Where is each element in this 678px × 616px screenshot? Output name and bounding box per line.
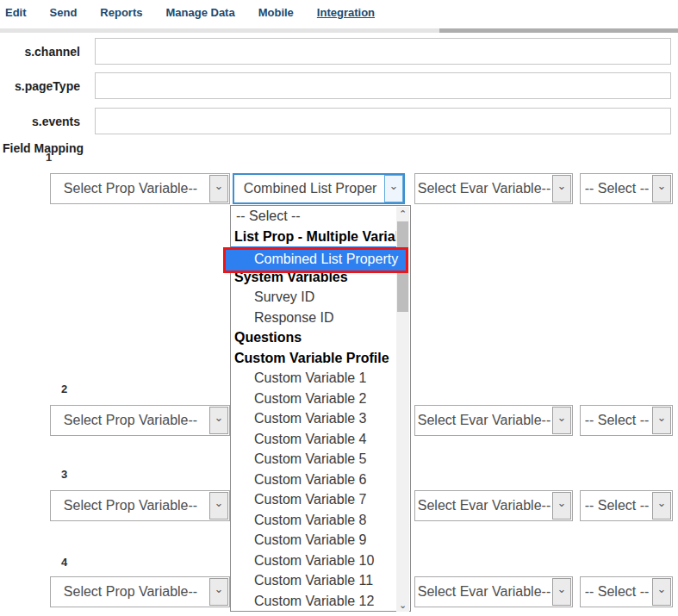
nav-item-manage-data[interactable]: Manage Data (165, 6, 234, 19)
dropdown-option[interactable]: Custom Variable 10 (231, 551, 397, 571)
select-value: Combined List Proper (244, 181, 395, 196)
select-arrow-button[interactable]: ⌄ (552, 175, 571, 202)
event-select-row2[interactable]: -- Select -- ⌄ (580, 405, 673, 436)
evar-variable-select-row2[interactable]: Select Evar Variable-- ⌄ (414, 405, 573, 436)
event-select-row1[interactable]: -- Select -- ⌄ (580, 173, 673, 204)
nav-item-mobile[interactable]: Mobile (258, 6, 294, 19)
select-arrow-button[interactable]: ⌄ (652, 175, 671, 202)
select-arrow-button[interactable]: ⌄ (209, 578, 228, 606)
dropdown-option[interactable]: Response ID (231, 308, 397, 328)
dropdown-option[interactable]: Survey ID (231, 287, 397, 308)
chevron-down-icon: ⌄ (657, 499, 667, 507)
select-arrow-button[interactable]: ⌄ (552, 407, 571, 434)
event-select-row3[interactable]: -- Select -- ⌄ (580, 490, 673, 521)
select-arrow-button[interactable]: ⌄ (209, 407, 228, 434)
row-number-3: 3 (61, 468, 67, 481)
dropdown-option[interactable]: Custom Variable 4 (231, 429, 397, 450)
select-value: Select Evar Variable-- (418, 498, 569, 513)
prop-variable-select-row3[interactable]: Select Prop Variable-- ⌄ (50, 490, 230, 521)
select-value: Select Evar Variable-- (418, 181, 569, 196)
annotation-selected-option[interactable]: Combined List Property (223, 247, 408, 273)
dropdown-option[interactable]: Custom Variable 1 (231, 368, 397, 389)
dropdown-option[interactable]: Custom Variable 3 (231, 408, 397, 429)
dropdown-option[interactable]: Custom Variable 9 (231, 530, 397, 551)
chevron-down-icon: ⌄ (657, 585, 667, 594)
dropdown-option[interactable]: Custom Variable 7 (231, 489, 397, 510)
select-value: Select Prop Variable-- (64, 584, 216, 600)
dropdown-option[interactable]: Custom Variable 12 (231, 591, 397, 612)
evar-variable-select-row3[interactable]: Select Evar Variable-- ⌄ (414, 490, 573, 521)
scroll-down-icon: ⌄ (399, 600, 407, 611)
pagetype-input[interactable] (95, 72, 671, 99)
dropdown-group-header: Custom Variable Profile (231, 348, 397, 369)
chevron-down-icon: ⌄ (557, 182, 567, 190)
row-number-4: 4 (61, 556, 67, 569)
chevron-down-icon: ⌄ (557, 414, 567, 422)
horizontal-scrollbar-track[interactable] (0, 28, 678, 33)
select-arrow-button[interactable]: ⌄ (209, 492, 228, 520)
select-value: Select Prop Variable-- (64, 498, 216, 513)
nav-item-reports[interactable]: Reports (100, 6, 142, 19)
chevron-down-icon: ⌄ (215, 182, 224, 190)
chevron-down-icon: ⌄ (215, 499, 224, 507)
event-select-row4[interactable]: -- Select -- ⌄ (580, 576, 673, 607)
field-mapping-title: Field Mapping (3, 141, 84, 155)
select-arrow-button[interactable]: ⌄ (209, 175, 228, 202)
dropdown-option[interactable]: Custom Variable 6 (231, 470, 397, 490)
chevron-down-icon: ⌄ (215, 585, 224, 594)
chevron-down-icon: ⌄ (389, 182, 399, 190)
nav-item-edit[interactable]: Edit (5, 6, 27, 19)
dropdown-option[interactable]: Custom Variable 11 (231, 570, 397, 591)
chevron-down-icon: ⌄ (215, 414, 224, 422)
horizontal-scrollbar-thumb[interactable] (439, 28, 678, 33)
select-arrow-button[interactable]: ⌄ (652, 407, 671, 434)
field-label-channel: s.channel (0, 45, 80, 59)
dropdown-option[interactable]: Custom Variable 2 (231, 389, 397, 409)
top-nav: Edit Send Reports Manage Data Mobile Int… (5, 6, 375, 19)
select-value: Select Evar Variable-- (418, 413, 569, 428)
chevron-down-icon: ⌄ (557, 585, 567, 594)
scroll-down-button[interactable]: ⌄ (396, 598, 409, 612)
evar-variable-select-row1[interactable]: Select Evar Variable-- ⌄ (414, 173, 573, 204)
nav-item-integration[interactable]: Integration (317, 6, 375, 19)
prop-variable-select-row2[interactable]: Select Prop Variable-- ⌄ (50, 405, 230, 436)
dropdown-option[interactable]: Custom Variable 8 (231, 510, 397, 531)
row-number-1: 1 (46, 151, 52, 164)
dropdown-option[interactable]: -- Select -- (231, 206, 397, 227)
prop-variable-select-row1[interactable]: Select Prop Variable-- ⌄ (50, 173, 230, 204)
events-input[interactable] (95, 108, 671, 134)
dropdown-group-header: Questions (231, 327, 397, 348)
dropdown-group-header: List Prop - Multiple Variable (231, 227, 397, 247)
select-arrow-button[interactable]: ⌄ (652, 492, 671, 520)
channel-input[interactable] (95, 38, 671, 65)
evar-variable-select-row4[interactable]: Select Evar Variable-- ⌄ (414, 576, 573, 607)
field-label-events: s.events (0, 115, 80, 128)
chevron-down-icon: ⌄ (657, 414, 667, 422)
scroll-up-icon: ⌃ (399, 208, 407, 220)
prop-variable-select-row4[interactable]: Select Prop Variable-- ⌄ (50, 576, 230, 607)
chevron-down-icon: ⌄ (557, 499, 567, 507)
chevron-down-icon: ⌄ (657, 182, 667, 190)
row-number-2: 2 (61, 383, 67, 395)
dropdown-option[interactable]: Custom Variable 5 (231, 449, 397, 470)
field-label-pagetype: s.pageType (0, 79, 80, 93)
select-value: Select Prop Variable-- (64, 413, 216, 428)
select-arrow-button[interactable]: ⌄ (552, 492, 571, 520)
scroll-up-button[interactable]: ⌃ (396, 207, 409, 221)
select-arrow-button[interactable]: ⌄ (652, 578, 671, 606)
select-value: Select Evar Variable-- (418, 584, 569, 600)
list-prop-select-row1-open[interactable]: Combined List Proper ⌄ (233, 173, 405, 204)
select-arrow-button[interactable]: ⌄ (384, 175, 403, 202)
nav-item-send[interactable]: Send (50, 6, 78, 19)
select-arrow-button[interactable]: ⌄ (552, 578, 571, 606)
select-value: Select Prop Variable-- (64, 181, 216, 196)
